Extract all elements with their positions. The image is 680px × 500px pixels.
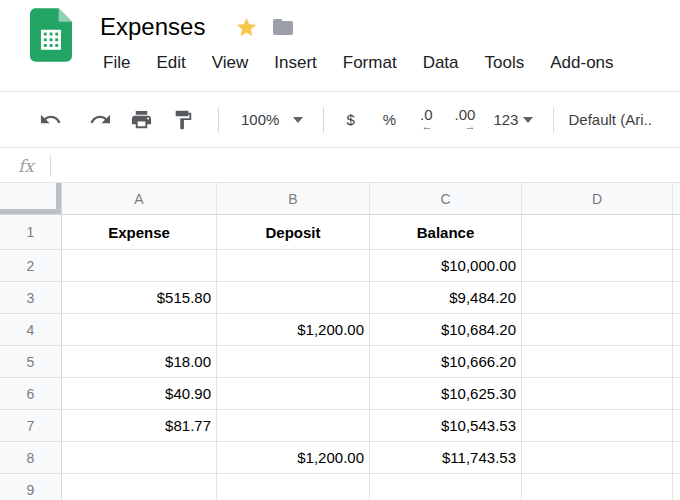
document-title[interactable]: Expenses: [100, 13, 205, 41]
print-icon: [130, 108, 153, 131]
cell-b5[interactable]: [217, 346, 370, 378]
menu-add-ons[interactable]: Add-ons: [537, 50, 626, 76]
cell-a8[interactable]: [62, 442, 217, 474]
select-all-corner[interactable]: [0, 183, 62, 215]
cell-a7[interactable]: $81.77: [62, 410, 217, 442]
menu-format[interactable]: Format: [330, 50, 410, 76]
paint-format-button[interactable]: [164, 103, 202, 137]
redo-button[interactable]: [80, 103, 120, 137]
column-header-b[interactable]: B: [217, 183, 370, 215]
cell-a4[interactable]: [62, 314, 217, 346]
cell-c3[interactable]: $9,484.20: [370, 282, 522, 314]
folder-icon: [271, 15, 295, 39]
cell-b3[interactable]: [217, 282, 370, 314]
menu-tools[interactable]: Tools: [472, 50, 538, 76]
title-row: Expenses: [100, 10, 295, 44]
cell-b6[interactable]: [217, 378, 370, 410]
cell-d6[interactable]: [522, 378, 673, 410]
cell-c7[interactable]: $10,543.53: [370, 410, 522, 442]
spreadsheet-grid: ABCD1ExpenseDepositBalance2$10,000.003$5…: [0, 183, 680, 500]
cell-partial-4[interactable]: [673, 314, 680, 346]
decrease-decimal-button[interactable]: .0 ←: [412, 103, 441, 137]
cell-d8[interactable]: [522, 442, 673, 474]
cell-b4[interactable]: $1,200.00: [217, 314, 370, 346]
print-button[interactable]: [122, 103, 160, 137]
cell-c9[interactable]: [370, 474, 522, 500]
more-formats-button[interactable]: 123: [487, 103, 539, 137]
menu-edit[interactable]: Edit: [143, 50, 198, 76]
column-header-a[interactable]: A: [62, 183, 217, 215]
zoom-select[interactable]: 100%: [233, 103, 311, 137]
column-header-partial[interactable]: [673, 183, 680, 215]
format-percent-button[interactable]: %: [373, 103, 406, 137]
move-to-folder-button[interactable]: [271, 15, 295, 39]
toolbar-separator: [218, 107, 219, 133]
cell-c4[interactable]: $10,684.20: [370, 314, 522, 346]
cell-a9[interactable]: [62, 474, 217, 500]
cell-a3[interactable]: $515.80: [62, 282, 217, 314]
row-header-6[interactable]: 6: [0, 378, 62, 410]
cell-a6[interactable]: $40.90: [62, 378, 217, 410]
cell-b8[interactable]: $1,200.00: [217, 442, 370, 474]
cell-partial-6[interactable]: [673, 378, 680, 410]
menu-insert[interactable]: Insert: [261, 50, 330, 76]
cell-partial-1[interactable]: [673, 215, 680, 250]
cell-partial-7[interactable]: [673, 410, 680, 442]
cell-a2[interactable]: [62, 250, 217, 282]
column-header-c[interactable]: C: [370, 183, 522, 215]
more-formats-label: 123: [493, 111, 518, 128]
row-header-8[interactable]: 8: [0, 442, 62, 474]
cell-c1[interactable]: Balance: [370, 215, 522, 250]
font-family-select[interactable]: Default (Ari..: [568, 103, 651, 137]
cell-b7[interactable]: [217, 410, 370, 442]
row-header-1[interactable]: 1: [0, 215, 62, 250]
cell-partial-3[interactable]: [673, 282, 680, 314]
cell-c5[interactable]: $10,666.20: [370, 346, 522, 378]
currency-icon: $: [346, 111, 354, 128]
percent-icon: %: [383, 111, 396, 128]
star-button[interactable]: [235, 16, 258, 39]
cell-d2[interactable]: [522, 250, 673, 282]
row-header-3[interactable]: 3: [0, 282, 62, 314]
toolbar-separator: [323, 107, 324, 133]
redo-icon: [89, 108, 112, 131]
cell-a5[interactable]: $18.00: [62, 346, 217, 378]
toolbar: 100% $ % .0 ← .00 → 123 Default: [0, 91, 680, 148]
cell-d3[interactable]: [522, 282, 673, 314]
cell-b2[interactable]: [217, 250, 370, 282]
cell-partial-9[interactable]: [673, 474, 680, 500]
cell-b1[interactable]: Deposit: [217, 215, 370, 250]
row-header-9[interactable]: 9: [0, 474, 62, 500]
menu-view[interactable]: View: [199, 50, 262, 76]
cell-d9[interactable]: [522, 474, 673, 500]
menu-file[interactable]: File: [90, 50, 143, 76]
cell-partial-5[interactable]: [673, 346, 680, 378]
cell-c2[interactable]: $10,000.00: [370, 250, 522, 282]
row-header-7[interactable]: 7: [0, 410, 62, 442]
increase-decimal-button[interactable]: .00 →: [447, 103, 484, 137]
font-family-value: Default (Ari..: [568, 111, 651, 128]
menu-data[interactable]: Data: [410, 50, 472, 76]
column-header-d[interactable]: D: [522, 183, 673, 215]
chevron-down-icon: [523, 117, 533, 123]
cell-d7[interactable]: [522, 410, 673, 442]
cell-c8[interactable]: $11,743.53: [370, 442, 522, 474]
toolbar-separator: [553, 107, 554, 133]
cell-d1[interactable]: [522, 215, 673, 250]
row-header-4[interactable]: 4: [0, 314, 62, 346]
cell-partial-8[interactable]: [673, 442, 680, 474]
formula-input[interactable]: [51, 149, 680, 182]
cell-a1[interactable]: Expense: [62, 215, 217, 250]
row-header-2[interactable]: 2: [0, 250, 62, 282]
cell-c6[interactable]: $10,625.30: [370, 378, 522, 410]
format-currency-button[interactable]: $: [336, 103, 364, 137]
cell-partial-2[interactable]: [673, 250, 680, 282]
cell-b9[interactable]: [217, 474, 370, 500]
row-header-5[interactable]: 5: [0, 346, 62, 378]
cell-d4[interactable]: [522, 314, 673, 346]
cell-d5[interactable]: [522, 346, 673, 378]
sheets-logo[interactable]: [30, 8, 72, 62]
zoom-value: 100%: [241, 111, 279, 128]
undo-icon: [39, 108, 62, 131]
undo-button[interactable]: [30, 103, 70, 137]
